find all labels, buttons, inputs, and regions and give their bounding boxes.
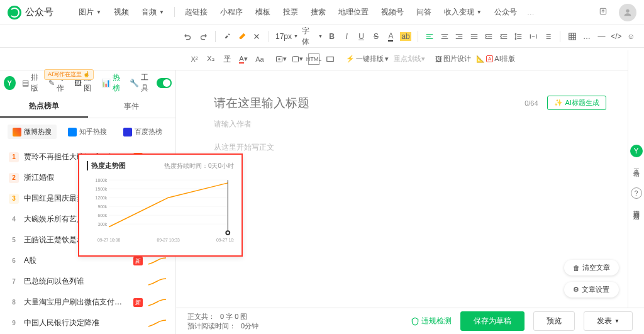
logo-area: 公众号	[8, 6, 53, 19]
hot-item[interactable]: 8大量淘宝用户刷出微信支付界面新	[0, 292, 175, 313]
top-menu-item[interactable]: 视频号	[375, 7, 410, 18]
font-color-button[interactable]: A	[386, 31, 396, 42]
body-input[interactable]: 从这里开始写正文	[214, 142, 606, 153]
svg-text:900k: 900k	[97, 204, 107, 209]
text-format-button[interactable]: 平	[221, 53, 233, 65]
clear-format-button[interactable]	[252, 31, 262, 42]
footer-info: 正文共：0 字 0 图 预计阅读时间：0分钟	[187, 312, 258, 331]
export-icon[interactable]	[599, 7, 608, 18]
font-family-select[interactable]: 字体▼	[302, 26, 323, 47]
preview-button[interactable]: 预览	[533, 311, 575, 331]
underline-button[interactable]: U	[356, 31, 367, 42]
author-input[interactable]: 请输入作者	[214, 119, 606, 130]
import-button[interactable]: ▾	[292, 53, 303, 65]
logo-icon	[8, 6, 21, 19]
brush-button[interactable]	[222, 31, 233, 42]
hot-item[interactable]: 7巴总统问以色列谁	[0, 271, 175, 292]
add-button[interactable]: ▾	[275, 53, 287, 65]
md-button[interactable]	[325, 53, 336, 65]
svg-rect-4	[293, 56, 299, 62]
align-left-button[interactable]	[425, 31, 435, 42]
quick-layout-button[interactable]: ⚡一键排版▾	[346, 54, 389, 64]
code-button[interactable]: </>	[611, 31, 621, 42]
strike-button[interactable]: S	[370, 31, 381, 42]
svg-text:09-27 10:08: 09-27 10:08	[97, 238, 121, 242]
source-tabs: 微博热搜知乎热搜百度热榜	[0, 118, 175, 145]
list-tabs: 热点榜单事件	[0, 96, 175, 118]
source-tab[interactable]: 微博热搜	[8, 125, 57, 139]
top-menu-item[interactable]: 投票	[277, 7, 304, 18]
top-menu-item[interactable]: 地理位置	[332, 7, 375, 18]
sidebar-toggle[interactable]	[157, 78, 172, 88]
image-design-button[interactable]: 🖼图片设计	[435, 54, 471, 64]
html-button[interactable]: HTML	[308, 53, 319, 65]
hot-item[interactable]: 9中国人民银行决定降准	[0, 313, 175, 333]
help-button[interactable]: ☺	[626, 31, 636, 42]
avatar[interactable]	[619, 4, 636, 21]
save-draft-button[interactable]: 保存为草稿	[460, 311, 525, 331]
ai-title-button[interactable]: ✨AI标题生成	[547, 96, 606, 110]
menu-more[interactable]: …	[523, 8, 538, 17]
table-button[interactable]	[567, 31, 577, 42]
svg-text:300k: 300k	[97, 222, 107, 226]
align-right-button[interactable]	[454, 31, 465, 42]
rail-toolbox-label[interactable]: 工具箱	[632, 164, 641, 167]
indent-button[interactable]	[484, 31, 494, 42]
more-formats-button[interactable]: …	[581, 31, 592, 42]
top-menu-item[interactable]: 音频▼	[135, 7, 170, 18]
text-color-button[interactable]: A▾	[238, 53, 249, 65]
ai-layout-button[interactable]: 📐AAI排版	[476, 54, 515, 64]
highlight-button[interactable]: 重点划线▾	[394, 54, 425, 64]
svg-rect-2	[569, 33, 575, 40]
outdent-button[interactable]	[498, 31, 509, 42]
sidebar-top-tabs: Y AI写作在这里 ☝ ▤排版✎写作🖼配图📊热榜🔧工具	[0, 70, 175, 96]
top-menu-item[interactable]: 图片▼	[72, 7, 108, 18]
title-input[interactable]	[214, 96, 516, 110]
ai-bubble: AI写作在这里 ☝	[44, 69, 94, 80]
rail-help-icon[interactable]: ?	[631, 187, 642, 199]
align-justify-button[interactable]	[469, 31, 479, 42]
svg-text:09-27 10:33: 09-27 10:33	[157, 238, 180, 242]
sidebar-logo[interactable]: Y	[4, 76, 16, 90]
bg-color-button[interactable]: ab	[400, 31, 411, 42]
source-tab[interactable]: 知乎热搜	[63, 125, 112, 139]
top-menu-item[interactable]: 问答	[410, 7, 438, 18]
italic-button[interactable]: I	[341, 31, 352, 42]
top-menu-item[interactable]: 模板	[249, 7, 277, 18]
svg-point-23	[226, 231, 229, 234]
source-tab[interactable]: 百度热榜	[118, 125, 167, 139]
bold-button[interactable]: B	[326, 31, 337, 42]
list-button[interactable]	[542, 31, 553, 42]
undo-button[interactable]	[182, 31, 194, 42]
publish-button[interactable]: 发表▼	[584, 311, 633, 331]
list-tab[interactable]: 热点榜单	[0, 96, 88, 118]
svg-text:1800k: 1800k	[96, 178, 108, 182]
top-menu-item[interactable]: 超链接	[179, 7, 214, 18]
rail-logo[interactable]: Y	[630, 145, 643, 157]
sidebar-top-item[interactable]: 📊热榜	[97, 72, 126, 94]
redo-button[interactable]	[197, 31, 209, 42]
superscript-button[interactable]: X²	[189, 53, 200, 65]
trend-subtitle: 热度持续时间：0天0小时	[164, 162, 234, 170]
violation-check-button[interactable]: 违规检测	[411, 316, 452, 326]
top-menu-item[interactable]: 公众号	[488, 7, 523, 18]
case-button[interactable]: Aa	[254, 53, 265, 65]
divider-button[interactable]: —	[596, 31, 607, 42]
sidebar-top-item[interactable]: 🔧工具	[126, 72, 154, 94]
top-menu-item[interactable]: 视频	[108, 7, 135, 18]
font-size-select[interactable]: 17px▼	[275, 32, 298, 41]
top-menu-item[interactable]: 小程序	[214, 7, 249, 18]
top-menu-item[interactable]: 搜索	[304, 7, 332, 18]
subscript-button[interactable]: X₂	[205, 53, 216, 65]
align-center-button[interactable]	[439, 31, 450, 42]
trend-popup: 热度走势图 热度持续时间：0天0小时 300k600k900k1200k1500…	[78, 153, 243, 257]
line-height-button[interactable]	[513, 31, 523, 42]
sidebar-top-item[interactable]: ▤排版	[18, 72, 45, 94]
letter-spacing-button[interactable]	[528, 31, 538, 42]
eraser-button[interactable]	[236, 31, 247, 42]
article-settings-button[interactable]: ⚙文章设置	[564, 282, 619, 298]
clear-article-button[interactable]: 🗑清空文章	[564, 260, 619, 276]
list-tab[interactable]: 事件	[88, 96, 176, 118]
top-menu-item[interactable]: 收入变现▼	[438, 7, 488, 18]
rail-feedback-label[interactable]: 遇到问题	[632, 205, 641, 210]
